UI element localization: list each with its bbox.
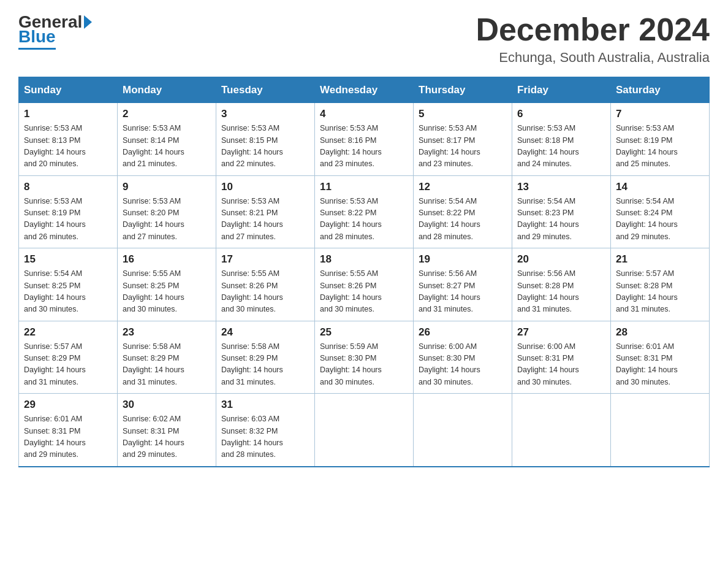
calendar-week-row-5: 29 Sunrise: 6:01 AM Sunset: 8:31 PM Dayl… [19,394,710,467]
calendar-week-row-4: 22 Sunrise: 5:57 AM Sunset: 8:29 PM Dayl… [19,321,710,394]
calendar-day-29: 29 Sunrise: 6:01 AM Sunset: 8:31 PM Dayl… [19,394,118,467]
calendar-day-31: 31 Sunrise: 6:03 AM Sunset: 8:32 PM Dayl… [216,394,315,467]
day-info: Sunrise: 6:01 AM Sunset: 8:31 PM Dayligh… [24,413,112,461]
location-text: Echunga, South Australia, Australia [476,50,710,66]
day-info: Sunrise: 5:54 AM Sunset: 8:22 PM Dayligh… [419,196,507,243]
calendar-day-empty [611,394,710,467]
day-number: 23 [123,326,211,339]
day-number: 11 [320,181,408,193]
calendar-day-9: 9 Sunrise: 5:53 AM Sunset: 8:20 PM Dayli… [118,175,216,248]
weekday-header-friday: Friday [512,77,611,103]
day-number: 24 [221,326,309,339]
calendar-day-19: 19 Sunrise: 5:56 AM Sunset: 8:27 PM Dayl… [414,248,512,321]
day-info: Sunrise: 5:58 AM Sunset: 8:29 PM Dayligh… [123,341,211,389]
day-number: 29 [24,399,112,411]
day-info: Sunrise: 5:56 AM Sunset: 8:28 PM Dayligh… [517,268,605,316]
calendar-week-row-3: 15 Sunrise: 5:54 AM Sunset: 8:25 PM Dayl… [19,248,710,321]
day-info: Sunrise: 5:57 AM Sunset: 8:28 PM Dayligh… [616,268,704,316]
day-info: Sunrise: 5:53 AM Sunset: 8:16 PM Dayligh… [320,123,408,170]
day-info: Sunrise: 5:53 AM Sunset: 8:19 PM Dayligh… [24,196,112,243]
calendar-day-28: 28 Sunrise: 6:01 AM Sunset: 8:31 PM Dayl… [611,321,710,394]
calendar-day-11: 11 Sunrise: 5:53 AM Sunset: 8:22 PM Dayl… [315,175,414,248]
day-number: 9 [123,181,211,193]
day-number: 13 [517,181,605,193]
day-info: Sunrise: 5:54 AM Sunset: 8:25 PM Dayligh… [24,268,112,316]
calendar-day-empty [512,394,611,467]
calendar-day-23: 23 Sunrise: 5:58 AM Sunset: 8:29 PM Dayl… [118,321,216,394]
day-number: 7 [616,108,704,120]
calendar-day-8: 8 Sunrise: 5:53 AM Sunset: 8:19 PM Dayli… [19,175,118,248]
day-number: 27 [517,326,605,339]
day-number: 28 [616,326,704,339]
day-number: 30 [123,399,211,411]
calendar-day-30: 30 Sunrise: 6:02 AM Sunset: 8:31 PM Dayl… [118,394,216,467]
day-number: 16 [123,253,211,266]
day-info: Sunrise: 5:53 AM Sunset: 8:20 PM Dayligh… [123,196,211,243]
weekday-header-wednesday: Wednesday [315,77,414,103]
weekday-header-saturday: Saturday [611,77,710,103]
logo: General Blue [18,12,93,50]
weekday-header-sunday: Sunday [19,77,118,103]
day-info: Sunrise: 6:01 AM Sunset: 8:31 PM Dayligh… [616,341,704,389]
day-number: 22 [24,326,112,339]
day-info: Sunrise: 6:00 AM Sunset: 8:31 PM Dayligh… [517,341,605,389]
logo-blue-text: Blue [18,27,56,50]
calendar-day-1: 1 Sunrise: 5:53 AM Sunset: 8:13 PM Dayli… [19,103,118,176]
calendar-day-17: 17 Sunrise: 5:55 AM Sunset: 8:26 PM Dayl… [216,248,315,321]
calendar-table: SundayMondayTuesdayWednesdayThursdayFrid… [18,77,710,467]
calendar-day-22: 22 Sunrise: 5:57 AM Sunset: 8:29 PM Dayl… [19,321,118,394]
day-number: 15 [24,253,112,266]
day-info: Sunrise: 6:00 AM Sunset: 8:30 PM Dayligh… [419,341,507,389]
calendar-day-6: 6 Sunrise: 5:53 AM Sunset: 8:18 PM Dayli… [512,103,611,176]
day-info: Sunrise: 5:59 AM Sunset: 8:30 PM Dayligh… [320,341,408,389]
day-info: Sunrise: 5:54 AM Sunset: 8:24 PM Dayligh… [616,196,704,243]
calendar-day-13: 13 Sunrise: 5:54 AM Sunset: 8:23 PM Dayl… [512,175,611,248]
calendar-day-3: 3 Sunrise: 5:53 AM Sunset: 8:15 PM Dayli… [216,103,315,176]
calendar-day-12: 12 Sunrise: 5:54 AM Sunset: 8:22 PM Dayl… [414,175,512,248]
day-info: Sunrise: 5:53 AM Sunset: 8:15 PM Dayligh… [221,123,309,170]
day-number: 10 [221,181,309,193]
weekday-header-thursday: Thursday [414,77,512,103]
day-number: 31 [221,399,309,411]
day-info: Sunrise: 5:55 AM Sunset: 8:25 PM Dayligh… [123,268,211,316]
calendar-day-21: 21 Sunrise: 5:57 AM Sunset: 8:28 PM Dayl… [611,248,710,321]
calendar-day-18: 18 Sunrise: 5:55 AM Sunset: 8:26 PM Dayl… [315,248,414,321]
day-number: 17 [221,253,309,266]
day-number: 20 [517,253,605,266]
calendar-day-empty [315,394,414,467]
day-info: Sunrise: 5:53 AM Sunset: 8:17 PM Dayligh… [419,123,507,170]
calendar-day-empty [414,394,512,467]
day-info: Sunrise: 5:53 AM Sunset: 8:21 PM Dayligh… [221,196,309,243]
calendar-day-2: 2 Sunrise: 5:53 AM Sunset: 8:14 PM Dayli… [118,103,216,176]
calendar-week-row-1: 1 Sunrise: 5:53 AM Sunset: 8:13 PM Dayli… [19,103,710,176]
day-number: 2 [123,108,211,120]
day-info: Sunrise: 5:53 AM Sunset: 8:13 PM Dayligh… [24,123,112,170]
calendar-day-5: 5 Sunrise: 5:53 AM Sunset: 8:17 PM Dayli… [414,103,512,176]
calendar-day-20: 20 Sunrise: 5:56 AM Sunset: 8:28 PM Dayl… [512,248,611,321]
calendar-day-7: 7 Sunrise: 5:53 AM Sunset: 8:19 PM Dayli… [611,103,710,176]
day-number: 21 [616,253,704,266]
day-number: 18 [320,253,408,266]
day-info: Sunrise: 5:58 AM Sunset: 8:29 PM Dayligh… [221,341,309,389]
day-number: 25 [320,326,408,339]
page-header: General Blue December 2024 Echunga, Sout… [18,12,710,66]
day-info: Sunrise: 5:56 AM Sunset: 8:27 PM Dayligh… [419,268,507,316]
day-number: 6 [517,108,605,120]
day-info: Sunrise: 5:55 AM Sunset: 8:26 PM Dayligh… [320,268,408,316]
day-info: Sunrise: 5:53 AM Sunset: 8:19 PM Dayligh… [616,123,704,170]
calendar-day-15: 15 Sunrise: 5:54 AM Sunset: 8:25 PM Dayl… [19,248,118,321]
calendar-week-row-2: 8 Sunrise: 5:53 AM Sunset: 8:19 PM Dayli… [19,175,710,248]
calendar-day-14: 14 Sunrise: 5:54 AM Sunset: 8:24 PM Dayl… [611,175,710,248]
weekday-header-monday: Monday [118,77,216,103]
day-info: Sunrise: 5:54 AM Sunset: 8:23 PM Dayligh… [517,196,605,243]
day-number: 14 [616,181,704,193]
weekday-header-row: SundayMondayTuesdayWednesdayThursdayFrid… [19,77,710,103]
calendar-day-25: 25 Sunrise: 5:59 AM Sunset: 8:30 PM Dayl… [315,321,414,394]
day-number: 8 [24,181,112,193]
day-info: Sunrise: 6:02 AM Sunset: 8:31 PM Dayligh… [123,413,211,461]
weekday-header-tuesday: Tuesday [216,77,315,103]
calendar-day-10: 10 Sunrise: 5:53 AM Sunset: 8:21 PM Dayl… [216,175,315,248]
month-title: December 2024 [476,12,710,47]
day-number: 3 [221,108,309,120]
day-number: 19 [419,253,507,266]
